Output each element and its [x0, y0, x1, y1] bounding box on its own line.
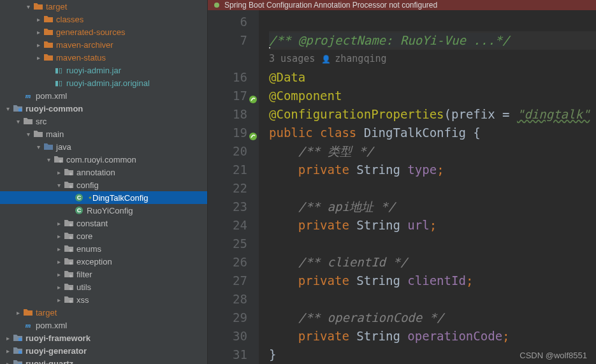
expand-arrow-icon[interactable]: ▾: [54, 182, 64, 189]
code-line[interactable]: /** @projectName: RuoYi-Vue ...*/: [269, 31, 596, 50]
tree-item-label: annotation: [76, 168, 115, 177]
line-number[interactable]: 28: [208, 290, 247, 309]
tree-item[interactable]: ▸exception: [0, 255, 207, 268]
code-line[interactable]: /** operationCode */: [269, 309, 596, 327]
tree-item[interactable]: ▮▯ruoyi-admin.jar.original: [0, 76, 207, 89]
code-line[interactable]: /** 类型 */: [269, 142, 596, 161]
line-number[interactable]: 18: [208, 105, 247, 124]
tree-item[interactable]: ▾config: [0, 178, 207, 191]
line-number[interactable]: 22: [208, 179, 247, 198]
usages-hint[interactable]: 3 usages: [269, 53, 315, 64]
config-warning-banner[interactable]: Spring Boot Configuration Annotation Pro…: [208, 0, 596, 10]
tree-item-label: target: [46, 2, 67, 11]
expand-arrow-icon[interactable]: ▾: [3, 105, 13, 112]
expand-arrow-icon[interactable]: ▸: [33, 29, 43, 36]
code-line[interactable]: /** api地址 */: [269, 198, 596, 216]
expand-arrow-icon[interactable]: ▸: [54, 284, 64, 291]
expand-arrow-icon[interactable]: ▸: [54, 258, 64, 265]
line-number[interactable]: [208, 50, 247, 68]
code-line[interactable]: private String url;: [269, 216, 596, 235]
code-line[interactable]: public class DingTalkConfig {: [269, 124, 596, 142]
expand-arrow-icon[interactable]: ▾: [13, 118, 23, 125]
tree-item[interactable]: ▸annotation: [0, 166, 207, 178]
code-line[interactable]: /** clientId */: [269, 253, 596, 272]
line-number[interactable]: 17: [208, 87, 247, 105]
expand-arrow-icon[interactable]: ▾: [33, 143, 43, 150]
line-number[interactable]: 7: [208, 31, 247, 50]
expand-arrow-icon[interactable]: ▸: [33, 54, 43, 61]
tree-item[interactable]: ▸ruoyi-quartz: [0, 357, 207, 364]
line-number[interactable]: 24: [208, 216, 247, 235]
expand-arrow-icon[interactable]: ▸: [3, 347, 13, 354]
tree-item[interactable]: ▸classes: [0, 13, 207, 25]
tree-item[interactable]: ▸filter: [0, 268, 207, 280]
tree-item[interactable]: ▸ruoyi-framework: [0, 331, 207, 344]
expand-arrow-icon[interactable]: ▸: [54, 245, 64, 252]
line-number[interactable]: 27: [208, 272, 247, 290]
code-line[interactable]: private String clientId;: [269, 272, 596, 290]
expand-arrow-icon[interactable]: ▸: [33, 16, 43, 23]
line-number[interactable]: 31: [208, 346, 247, 364]
line-number[interactable]: 19: [208, 124, 247, 142]
tree-item[interactable]: ▸generated-sources: [0, 25, 207, 38]
tree-item[interactable]: mpom.xml: [0, 319, 207, 331]
expand-arrow-icon[interactable]: ▸: [3, 335, 13, 342]
spring-bean-gutter-icon[interactable]: [249, 127, 258, 136]
code-line[interactable]: private String operationCode;: [269, 327, 596, 346]
expand-arrow-icon[interactable]: ▸: [3, 360, 13, 365]
tree-item[interactable]: ▾main: [0, 127, 207, 140]
tree-item[interactable]: ▮▯ruoyi-admin.jar: [0, 64, 207, 76]
code-line[interactable]: @Data: [269, 68, 596, 87]
tree-item[interactable]: ▾ruoyi-common: [0, 102, 207, 115]
tree-item[interactable]: ▸constant: [0, 217, 207, 229]
code-line: [269, 290, 596, 309]
line-number[interactable]: 25: [208, 235, 247, 253]
expand-arrow-icon[interactable]: ▾: [23, 3, 33, 10]
tree-item[interactable]: ▸core: [0, 229, 207, 242]
code-area[interactable]: /** @projectName: RuoYi-Vue ...*/ 3 usag…: [259, 10, 596, 364]
line-number[interactable]: 20: [208, 142, 247, 161]
line-number[interactable]: 21: [208, 161, 247, 179]
line-number[interactable]: 23: [208, 198, 247, 216]
tree-item[interactable]: ▸ruoyi-generator: [0, 344, 207, 357]
tree-item[interactable]: C✦DingTalkConfig: [0, 191, 207, 204]
code-line[interactable]: private String type;: [269, 161, 596, 179]
expand-arrow-icon[interactable]: ▾: [23, 131, 33, 138]
package-icon: [64, 269, 74, 279]
line-number[interactable]: 29: [208, 309, 247, 327]
tree-item[interactable]: ▾com.ruoyi.common: [0, 153, 207, 166]
tree-item[interactable]: ▸xss: [0, 293, 207, 306]
inlay-hints[interactable]: 3 usages👤zhangqing: [269, 50, 596, 68]
code-line[interactable]: @Component: [269, 87, 596, 105]
author-hint[interactable]: zhangqing: [335, 53, 386, 64]
tree-item[interactable]: ▸enums: [0, 242, 207, 255]
expand-arrow-icon[interactable]: ▸: [54, 233, 64, 240]
tree-item[interactable]: ▾java: [0, 140, 207, 153]
svg-rect-12: [18, 351, 22, 354]
tree-item[interactable]: ▸maven-archiver: [0, 38, 207, 51]
maven-icon: m: [23, 320, 33, 330]
tree-item[interactable]: ▸utils: [0, 280, 207, 293]
expand-arrow-icon[interactable]: ▸: [13, 309, 23, 316]
tree-item[interactable]: ▾src: [0, 115, 207, 127]
expand-arrow-icon[interactable]: ▸: [54, 220, 64, 227]
folder-icon: [33, 1, 43, 11]
expand-arrow-icon[interactable]: ▸: [54, 271, 64, 278]
code-line[interactable]: @ConfigurationProperties(prefix = "dingt…: [269, 105, 596, 124]
gutter[interactable]: 6716171819202122232425262728293031: [208, 10, 259, 364]
expand-arrow-icon[interactable]: ▾: [43, 156, 54, 163]
expand-arrow-icon[interactable]: ▸: [33, 41, 43, 48]
line-number[interactable]: 6: [208, 13, 247, 31]
tree-item[interactable]: ▾target: [0, 0, 207, 13]
spring-bean-gutter-icon[interactable]: [249, 91, 258, 99]
tree-item[interactable]: CRuoYiConfig: [0, 204, 207, 217]
expand-arrow-icon[interactable]: ▸: [54, 169, 64, 176]
line-number[interactable]: 30: [208, 327, 247, 346]
line-number[interactable]: 26: [208, 253, 247, 272]
expand-arrow-icon[interactable]: ▸: [54, 296, 64, 303]
tree-item[interactable]: ▸maven-status: [0, 51, 207, 64]
tree-item[interactable]: mpom.xml: [0, 89, 207, 102]
line-number[interactable]: 16: [208, 68, 247, 87]
project-tree[interactable]: ▾target▸classes▸generated-sources▸maven-…: [0, 0, 208, 364]
tree-item[interactable]: ▸target: [0, 306, 207, 319]
